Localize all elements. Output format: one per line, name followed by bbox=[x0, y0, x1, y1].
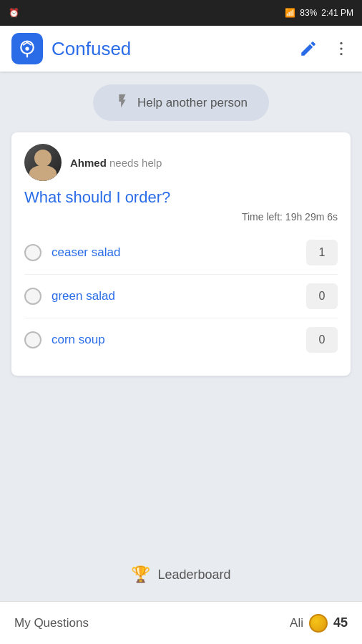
svg-point-7 bbox=[340, 53, 342, 55]
svg-point-4 bbox=[25, 47, 29, 50]
leaderboard-area: 🏆 Leaderboard bbox=[0, 554, 362, 598]
lightning-icon bbox=[114, 93, 130, 112]
app-logo bbox=[11, 33, 43, 64]
help-button-label: Help another person bbox=[137, 96, 248, 110]
alarm-icon: ⏰ bbox=[9, 8, 19, 18]
edit-button[interactable] bbox=[299, 39, 318, 58]
leaderboard-label: Leaderboard bbox=[157, 567, 230, 582]
radio-corn[interactable] bbox=[24, 331, 41, 348]
option-count-corn: 0 bbox=[306, 327, 338, 353]
user-info: Ahmed needs help bbox=[70, 157, 162, 169]
my-questions-link[interactable]: My Questions bbox=[14, 616, 89, 630]
leaderboard-button[interactable]: 🏆 Leaderboard bbox=[131, 565, 230, 584]
question-title: What should I order? bbox=[24, 188, 338, 207]
user-avatar bbox=[24, 144, 62, 181]
user-name: Ahmed bbox=[70, 157, 107, 169]
time-left: Time left: 19h 29m 6s bbox=[24, 211, 338, 223]
card-header: Ahmed needs help bbox=[24, 144, 338, 181]
option-row[interactable]: corn soup 0 bbox=[24, 318, 338, 361]
radio-ceaser[interactable] bbox=[24, 244, 41, 261]
status-bar: ⏰ 📶 83% 2:41 PM bbox=[0, 0, 362, 26]
bottom-bar: My Questions Ali 45 bbox=[0, 601, 362, 644]
svg-point-6 bbox=[340, 47, 342, 49]
user-score-area: Ali 45 bbox=[290, 614, 348, 633]
trophy-icon: 🏆 bbox=[131, 565, 150, 584]
option-count-green: 0 bbox=[306, 283, 338, 309]
help-another-person-button[interactable]: Help another person bbox=[93, 84, 269, 121]
more-button[interactable] bbox=[332, 39, 351, 58]
app-title: Confused bbox=[52, 38, 299, 60]
app-bar-actions bbox=[299, 39, 351, 58]
option-row[interactable]: green salad 0 bbox=[24, 275, 338, 318]
wifi-icon: 📶 bbox=[285, 8, 295, 18]
option-row[interactable]: ceaser salad 1 bbox=[24, 231, 338, 275]
app-bar: Confused bbox=[0, 26, 362, 72]
svg-point-5 bbox=[340, 42, 342, 44]
user-status: needs help bbox=[109, 157, 162, 169]
battery-text: 83% bbox=[300, 8, 317, 18]
option-label-corn: corn soup bbox=[52, 333, 296, 347]
coin-icon bbox=[309, 614, 328, 633]
status-time: 2:41 PM bbox=[321, 8, 353, 18]
bottom-user-name: Ali bbox=[290, 616, 303, 630]
radio-green[interactable] bbox=[24, 288, 41, 305]
option-label-ceaser: ceaser salad bbox=[52, 245, 296, 260]
avatar-image bbox=[24, 144, 62, 181]
option-count-ceaser: 1 bbox=[306, 240, 338, 265]
logo-icon bbox=[17, 39, 37, 59]
user-score: 45 bbox=[333, 615, 348, 630]
option-label-green: green salad bbox=[52, 289, 296, 303]
help-button-wrapper: Help another person bbox=[0, 72, 362, 130]
question-card: Ahmed needs help What should I order? Ti… bbox=[11, 132, 351, 376]
